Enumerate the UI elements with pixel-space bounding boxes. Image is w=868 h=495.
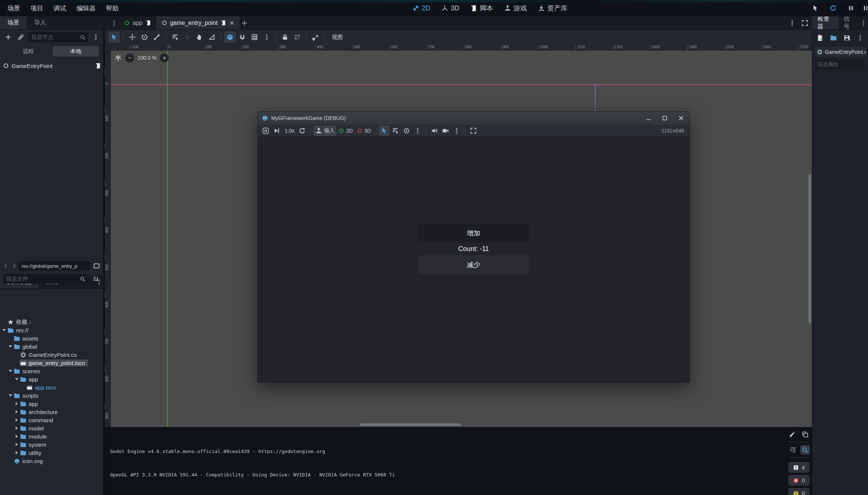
workspace-game[interactable]: 游戏 bbox=[501, 2, 531, 14]
select-tool-button[interactable] bbox=[108, 32, 120, 43]
stop-scene-button[interactable] bbox=[864, 3, 867, 13]
remote-button[interactable]: 远程 bbox=[5, 46, 51, 56]
game-select-tool-button[interactable] bbox=[379, 126, 389, 136]
file-tree-item-game-entry-point-tscn[interactable]: game_entry_point.tscn bbox=[0, 359, 104, 367]
camera-options-menu-button[interactable] bbox=[452, 126, 461, 136]
pan-tool-button[interactable] bbox=[194, 32, 205, 43]
game-list-select-button[interactable] bbox=[391, 126, 400, 136]
workspace-3d[interactable]: 3D bbox=[438, 3, 463, 14]
scale-tool-button[interactable] bbox=[151, 32, 162, 43]
rotate-tool-button[interactable] bbox=[139, 32, 150, 43]
dock-tab-import[interactable]: 导入 bbox=[27, 16, 54, 29]
mode-2d-button[interactable]: 2D bbox=[337, 126, 354, 136]
game-debug-window[interactable]: MyGFrameworkGame (DEBUG) 1.0x 输入 2D 3 bbox=[258, 111, 690, 382]
sort-files-button[interactable] bbox=[91, 274, 101, 284]
path-input[interactable]: res://global/game_entry_p bbox=[19, 261, 91, 271]
clear-output-button[interactable] bbox=[788, 430, 797, 439]
pivot-tool-button[interactable] bbox=[182, 32, 193, 43]
file-tree-item-module[interactable]: module bbox=[0, 432, 104, 440]
restart-scene-button[interactable] bbox=[828, 3, 838, 13]
file-tree-item-global[interactable]: global bbox=[0, 342, 104, 351]
vertical-scrollbar[interactable] bbox=[809, 175, 811, 323]
scene-tab-app[interactable]: app bbox=[119, 16, 156, 29]
dock-tab-signals[interactable]: 信号 bbox=[839, 16, 859, 29]
lock-node-button[interactable] bbox=[279, 32, 291, 43]
distraction-free-button[interactable] bbox=[800, 18, 810, 28]
expand-arrow[interactable] bbox=[14, 451, 19, 455]
add-node-button[interactable] bbox=[3, 32, 13, 42]
scene-tree-root-node[interactable]: GameEntryPoint bbox=[0, 61, 104, 71]
close-button[interactable] bbox=[673, 112, 689, 124]
local-button[interactable]: 本地 bbox=[53, 46, 99, 56]
search-output-button[interactable] bbox=[800, 445, 810, 455]
file-tree-item-scenes[interactable]: scenes bbox=[0, 367, 104, 375]
expand-arrow[interactable] bbox=[14, 378, 19, 380]
file-tree-item-system[interactable]: system bbox=[0, 440, 104, 449]
file-tree-item-scripts-app[interactable]: app bbox=[0, 400, 104, 408]
split-view-button[interactable] bbox=[91, 261, 102, 271]
ruler-tool-button[interactable] bbox=[206, 32, 217, 43]
scene-tab-game-entry-point[interactable]: game_entry_point bbox=[156, 16, 240, 29]
error-count-badge[interactable]: 0 bbox=[788, 475, 810, 486]
filter-properties-input[interactable]: 筛选属性 bbox=[814, 59, 866, 69]
view-menu-button[interactable]: 视图 bbox=[328, 32, 347, 42]
input-mode-button[interactable]: 输入 bbox=[314, 126, 336, 136]
expand-arrow[interactable] bbox=[1, 329, 7, 331]
filter-nodes-input[interactable]: 筛选节点 bbox=[28, 32, 88, 42]
minimize-button[interactable] bbox=[640, 112, 657, 124]
script-icon[interactable] bbox=[146, 20, 151, 26]
dock-tab-scene[interactable]: 场景 bbox=[0, 16, 27, 29]
menu-scene[interactable]: 场景 bbox=[4, 3, 24, 14]
smart-snap-button[interactable] bbox=[224, 32, 236, 43]
canvas-area[interactable]: − 100.0 % ＋ MyGFrameworkGame (DEBUG) bbox=[111, 51, 812, 427]
load-resource-button[interactable] bbox=[829, 33, 838, 43]
menu-help[interactable]: 帮助 bbox=[102, 3, 122, 14]
file-tree-item-assets[interactable]: assets bbox=[0, 334, 104, 342]
increase-button[interactable]: 增加 bbox=[418, 224, 529, 242]
file-tree-item-command[interactable]: command bbox=[0, 416, 104, 424]
grid-snap-button[interactable] bbox=[249, 32, 260, 43]
filter-files-input[interactable]: 筛选文件 bbox=[3, 274, 88, 284]
close-icon[interactable] bbox=[229, 20, 234, 26]
nav-back-button[interactable] bbox=[2, 261, 10, 271]
expand-arrow[interactable] bbox=[14, 426, 19, 430]
list-select-tool-button[interactable] bbox=[169, 32, 181, 43]
decrease-button[interactable]: 减少 bbox=[418, 255, 529, 274]
game-window-titlebar[interactable]: MyGFrameworkGame (DEBUG) bbox=[258, 112, 689, 124]
zoom-in-button[interactable]: ＋ bbox=[160, 53, 169, 62]
script-icon[interactable] bbox=[221, 20, 226, 26]
workspace-script[interactable]: 脚本 bbox=[467, 2, 497, 14]
pause-scene-button[interactable] bbox=[846, 3, 856, 13]
warning-count-badge[interactable]: 0 bbox=[788, 488, 810, 495]
expand-arrow[interactable] bbox=[8, 345, 13, 348]
node-snap-button[interactable] bbox=[237, 32, 248, 43]
workspace-2d[interactable]: 2D bbox=[409, 3, 434, 14]
zoom-level[interactable]: 100.0 % bbox=[137, 55, 156, 61]
script-icon[interactable] bbox=[95, 63, 101, 69]
skeleton-options-button[interactable] bbox=[310, 32, 321, 43]
move-tool-button[interactable] bbox=[127, 32, 138, 43]
file-tree-item-gameentrypoint-cs[interactable]: GameEntryPoint.cs bbox=[0, 351, 104, 359]
mute-audio-button[interactable] bbox=[430, 126, 439, 136]
inspector-dock-menu-button[interactable] bbox=[859, 16, 868, 29]
expand-arrow[interactable] bbox=[14, 418, 19, 422]
edited-resource-row[interactable]: GameEntryPoint.cs bbox=[814, 47, 866, 57]
speed-selector[interactable]: 1.0x bbox=[283, 126, 296, 136]
expand-arrow[interactable] bbox=[8, 370, 13, 372]
maximize-button[interactable] bbox=[657, 112, 673, 124]
new-scene-tab-button[interactable] bbox=[240, 16, 249, 29]
snap-options-menu-button[interactable] bbox=[261, 32, 272, 43]
collapse-duplicates-button[interactable] bbox=[788, 445, 797, 455]
instance-scene-button[interactable] bbox=[16, 32, 26, 42]
zoom-out-button[interactable]: − bbox=[125, 53, 134, 62]
pick-cursor-button[interactable] bbox=[810, 3, 820, 13]
message-count-badge[interactable]: 4 bbox=[788, 462, 810, 473]
menu-debug[interactable]: 调试 bbox=[50, 3, 70, 14]
workspace-assetlib[interactable]: 资产库 bbox=[534, 2, 571, 14]
embed-fullscreen-button[interactable] bbox=[469, 126, 478, 136]
new-resource-button[interactable] bbox=[815, 33, 825, 43]
suspend-button[interactable] bbox=[261, 126, 271, 136]
horizontal-scrollbar[interactable] bbox=[360, 423, 461, 426]
inspector-menu-button[interactable] bbox=[855, 33, 865, 43]
save-resource-button[interactable] bbox=[842, 33, 852, 43]
